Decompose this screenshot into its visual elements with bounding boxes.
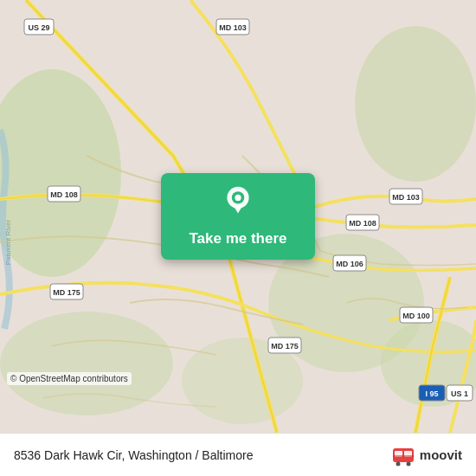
svg-text:US 1: US 1: [451, 389, 468, 398]
svg-rect-39: [393, 455, 414, 457]
svg-point-32: [235, 195, 241, 201]
svg-text:MD 175: MD 175: [271, 342, 299, 351]
svg-text:MD 108: MD 108: [349, 219, 376, 228]
moovit-logo: moovit: [391, 443, 462, 467]
address-text: 8536 Dark Hawk Cir, Washington / Baltimo…: [14, 448, 391, 462]
map-container: US 29 MD 108 MD 108 MD 175 MD 175 MD 103…: [0, 0, 476, 433]
svg-text:US 29: US 29: [28, 23, 49, 32]
svg-point-2: [355, 26, 476, 182]
cta-label: Take me there: [189, 230, 286, 248]
svg-point-38: [406, 461, 410, 466]
svg-text:MD 106: MD 106: [336, 260, 363, 268]
bottom-bar: 8536 Dark Hawk Cir, Washington / Baltimo…: [0, 433, 476, 476]
svg-point-37: [396, 461, 400, 466]
svg-text:I 95: I 95: [425, 389, 438, 398]
moovit-brand-text: moovit: [420, 447, 462, 462]
svg-text:MD 175: MD 175: [53, 288, 80, 297]
svg-text:Patuxent River: Patuxent River: [4, 219, 12, 265]
svg-text:MD 100: MD 100: [402, 312, 430, 320]
moovit-bus-icon: [391, 443, 415, 467]
svg-point-4: [0, 312, 173, 415]
svg-text:MD 103: MD 103: [392, 193, 420, 202]
svg-marker-33: [234, 205, 243, 213]
location-pin-icon: [222, 185, 254, 216]
svg-text:MD 103: MD 103: [219, 23, 247, 32]
svg-text:MD 108: MD 108: [50, 190, 78, 199]
osm-attribution: © OpenStreetMap contributors: [7, 372, 132, 385]
take-me-there-button[interactable]: Take me there: [161, 173, 315, 260]
